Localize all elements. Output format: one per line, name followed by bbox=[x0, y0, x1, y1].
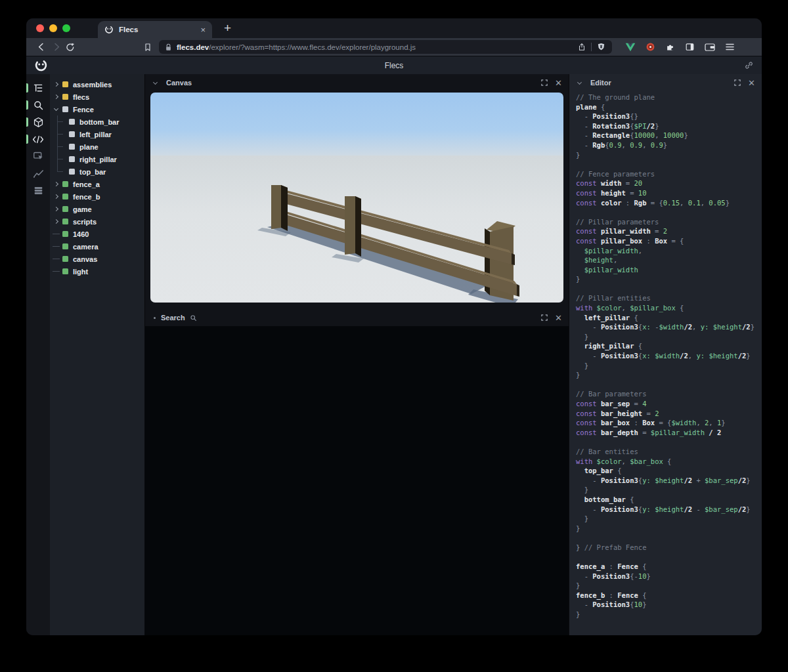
panel-dot-icon[interactable] bbox=[154, 317, 156, 319]
forward-icon[interactable] bbox=[49, 40, 63, 54]
extensions-puzzle-icon[interactable] bbox=[665, 42, 675, 52]
tree-item-flecs[interactable]: flecs bbox=[50, 91, 144, 103]
minimize-window-button[interactable] bbox=[49, 24, 57, 32]
code-line: right_pillar { bbox=[576, 341, 762, 351]
code-line: - Position3{y: $height/2 - $bar_sep/2} bbox=[576, 505, 762, 514]
tree-item-plane[interactable]: plane bbox=[50, 140, 144, 153]
search-results-area[interactable] bbox=[145, 326, 569, 635]
code-line: const bar_box : Box = {$width, 2, 1} bbox=[576, 418, 762, 428]
share-icon[interactable] bbox=[577, 42, 586, 52]
entity-square-icon bbox=[69, 156, 75, 162]
toolbar-divider bbox=[591, 43, 592, 51]
code-line: } bbox=[576, 274, 762, 284]
entity-square-icon bbox=[62, 181, 68, 187]
menu-hamburger-icon[interactable] bbox=[725, 43, 735, 51]
tree-item-1460[interactable]: 1460 bbox=[50, 228, 144, 240]
browser-tab[interactable]: Flecs × bbox=[98, 21, 212, 38]
url-path: /explorer/?wasm=https://www.flecs.dev/ex… bbox=[209, 43, 573, 51]
code-line: } bbox=[576, 610, 762, 620]
tree-item-assemblies[interactable]: assemblies bbox=[50, 78, 144, 91]
app-header: Flecs bbox=[26, 56, 762, 74]
editor-panel-title: Editor bbox=[590, 79, 611, 87]
canvas-3d-icon[interactable] bbox=[26, 114, 50, 131]
code-line: // Fence parameters bbox=[576, 169, 762, 179]
tree-item-left_pillar[interactable]: left_pillar bbox=[50, 128, 144, 140]
code-line: with $color, $pillar_box { bbox=[576, 303, 762, 313]
tree-item-scripts[interactable]: scripts bbox=[50, 215, 144, 228]
search-panel-header: Search ✕ bbox=[145, 309, 569, 326]
fullscreen-icon[interactable] bbox=[734, 79, 741, 86]
entity-square-icon bbox=[62, 268, 68, 274]
inspector-icon[interactable] bbox=[26, 148, 50, 165]
tree-item-fence_a[interactable]: fence_a bbox=[50, 178, 144, 190]
red-extension-icon[interactable] bbox=[646, 42, 655, 52]
bookmarks-icon[interactable] bbox=[141, 40, 155, 54]
code-line: // Bar entities bbox=[576, 447, 762, 457]
code-line: const pillar_box : Box = { bbox=[576, 236, 762, 246]
code-line: left_pillar { bbox=[576, 313, 762, 323]
tree-item-right_pillar[interactable]: right_pillar bbox=[50, 153, 144, 165]
tab-bar: Flecs × + bbox=[26, 18, 762, 38]
page-title: Flecs bbox=[26, 61, 762, 70]
fullscreen-icon[interactable] bbox=[541, 79, 548, 86]
search-icon[interactable] bbox=[26, 96, 50, 114]
close-window-button[interactable] bbox=[36, 24, 44, 32]
code-line: - Position3{x: $width/2, y: $height/2} bbox=[576, 351, 762, 361]
tree-item-top_bar[interactable]: top_bar bbox=[50, 165, 144, 178]
editor-panel-header: Editor ✕ bbox=[569, 74, 762, 91]
queries-icon[interactable] bbox=[26, 182, 50, 199]
tree-item-bottom_bar[interactable]: bottom_bar bbox=[50, 116, 144, 128]
tree-item-label: Fence bbox=[73, 106, 94, 114]
code-line: $pillar_width bbox=[576, 265, 762, 275]
stats-chart-icon[interactable] bbox=[26, 165, 50, 182]
entity-square-icon bbox=[62, 206, 68, 212]
tree-item-label: light bbox=[73, 268, 88, 276]
sidebar-toggle-icon[interactable] bbox=[685, 42, 695, 52]
brave-shield-icon[interactable] bbox=[596, 42, 606, 52]
close-panel-icon[interactable]: ✕ bbox=[555, 79, 562, 87]
fullscreen-icon[interactable] bbox=[541, 314, 548, 321]
fence-scene bbox=[150, 93, 563, 303]
code-line: } bbox=[576, 485, 762, 495]
entity-square-icon bbox=[62, 194, 68, 200]
back-icon[interactable] bbox=[34, 40, 49, 54]
collapse-chevron-icon[interactable] bbox=[153, 79, 158, 84]
tree-item-light[interactable]: light bbox=[50, 265, 144, 278]
code-line: } bbox=[576, 150, 762, 160]
reload-icon[interactable] bbox=[63, 40, 77, 54]
close-panel-icon[interactable]: ✕ bbox=[748, 79, 755, 87]
vue-devtools-icon[interactable] bbox=[625, 43, 636, 52]
lock-icon bbox=[165, 43, 172, 51]
entity-square-icon bbox=[62, 219, 68, 224]
tree-item-game[interactable]: game bbox=[50, 203, 144, 215]
zoom-window-button[interactable] bbox=[62, 24, 70, 32]
entity-square-icon bbox=[69, 119, 75, 125]
code-line: const height = 10 bbox=[576, 188, 762, 198]
new-tab-button[interactable]: + bbox=[224, 21, 231, 35]
collapse-chevron-icon[interactable] bbox=[577, 79, 582, 84]
entity-square-icon bbox=[62, 94, 68, 100]
entity-tree-icon[interactable] bbox=[26, 79, 50, 96]
editor-code[interactable]: // The ground planeplane { - Position3{}… bbox=[569, 91, 762, 620]
tree-item-label: game bbox=[73, 205, 92, 213]
code-line: - Position3{x: -$width/2, y: $height/2} bbox=[576, 322, 762, 332]
code-line: const width = 20 bbox=[576, 178, 762, 188]
code-editor-icon[interactable] bbox=[26, 131, 50, 148]
tree-item-fence_b[interactable]: fence_b bbox=[50, 190, 144, 203]
code-line: - Rotation3{$PI/2} bbox=[576, 121, 762, 131]
entity-square-icon bbox=[62, 243, 68, 249]
app-main: assembliesflecsFencebottom_barleft_pilla… bbox=[26, 74, 762, 635]
tree-item-Fence[interactable]: Fence bbox=[50, 103, 144, 116]
url-bar[interactable]: flecs.dev /explorer/?wasm=https://www.fl… bbox=[159, 40, 612, 54]
magnifier-icon bbox=[190, 314, 197, 322]
code-line: const bar_sep = 4 bbox=[576, 399, 762, 409]
tree-item-camera[interactable]: camera bbox=[50, 240, 144, 253]
wallet-icon[interactable] bbox=[705, 43, 715, 52]
tree-item-label: assemblies bbox=[73, 81, 112, 89]
canvas-3d-viewport[interactable] bbox=[150, 93, 563, 303]
code-line: const bar_height = 2 bbox=[576, 409, 762, 419]
close-panel-icon[interactable]: ✕ bbox=[555, 314, 562, 322]
code-line: } bbox=[576, 514, 762, 524]
tab-close-icon[interactable]: × bbox=[200, 26, 206, 34]
tree-item-canvas[interactable]: canvas bbox=[50, 253, 144, 265]
